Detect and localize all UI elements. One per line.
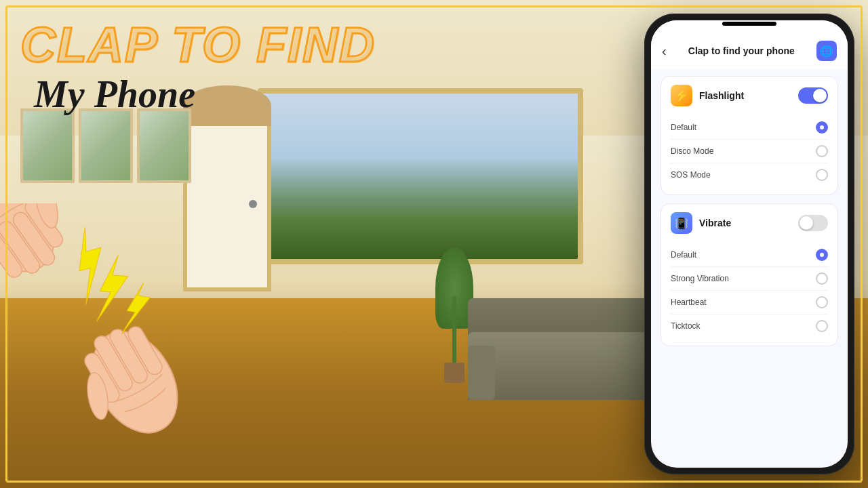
vibrate-toggle-thumb	[800, 216, 813, 230]
vibrate-label: Vibrate	[699, 218, 731, 228]
flashlight-disco-radio[interactable]	[816, 145, 828, 157]
flashlight-label: Flashlight	[699, 90, 744, 101]
vibrate-card: 📳 Vibrate Default Strong Vibration	[660, 203, 838, 346]
svg-marker-0	[66, 224, 114, 304]
flashlight-toggle-thumb	[813, 89, 827, 102]
plant-pot	[444, 363, 465, 383]
big-title-line2: My Phone	[34, 73, 376, 116]
title-area: CLAP TO FIND My Phone	[20, 20, 376, 116]
phone-shell: ‹ Clap to find your phone 🌐 ⚡ Flashlight	[644, 14, 854, 474]
flashlight-card: ⚡ Flashlight Default Disco Mode	[660, 76, 838, 195]
phone-screen: ‹ Clap to find your phone 🌐 ⚡ Flashlight	[651, 20, 848, 468]
flashlight-disco-label: Disco Mode	[671, 146, 713, 156]
flashlight-option-sos[interactable]: SOS Mode	[671, 163, 828, 186]
vibrate-emoji: 📳	[675, 217, 688, 230]
svg-marker-1	[97, 253, 130, 323]
flashlight-icon-label: ⚡ Flashlight	[671, 85, 744, 106]
vibrate-option-default[interactable]: Default	[671, 243, 828, 267]
globe-icon: 🌐	[820, 45, 833, 58]
vibrate-toggle[interactable]	[798, 215, 828, 231]
phone-mockup: ‹ Clap to find your phone 🌐 ⚡ Flashlight	[644, 14, 854, 474]
vibrate-heartbeat-label: Heartbeat	[671, 298, 707, 307]
phone-notch	[722, 22, 776, 26]
lightning-effects	[41, 214, 163, 352]
painting-3	[137, 108, 191, 183]
flashlight-emoji: ⚡	[674, 88, 689, 103]
app-content: ⚡ Flashlight Default Disco Mode	[651, 69, 848, 361]
vibrate-icon: 📳	[671, 212, 692, 234]
vibrate-default-label: Default	[671, 250, 696, 260]
vibrate-option-strong[interactable]: Strong Vibration	[671, 267, 828, 291]
plant-stem	[452, 296, 456, 364]
vibrate-icon-label: 📳 Vibrate	[671, 212, 731, 234]
flashlight-card-header: ⚡ Flashlight	[671, 85, 828, 106]
flashlight-icon: ⚡	[671, 85, 692, 106]
vibrate-strong-radio[interactable]	[816, 272, 828, 285]
app-title: Clap to find your phone	[688, 45, 795, 56]
flashlight-toggle[interactable]	[798, 87, 828, 104]
flashlight-option-default[interactable]: Default	[671, 116, 828, 140]
vibrate-ticktock-radio[interactable]	[816, 320, 828, 332]
back-button[interactable]: ‹	[662, 43, 667, 59]
vibrate-heartbeat-radio[interactable]	[816, 296, 828, 308]
painting-1	[20, 108, 75, 183]
globe-button[interactable]: 🌐	[816, 41, 837, 61]
flashlight-sos-label: SOS Mode	[671, 170, 711, 180]
flashlight-default-label: Default	[671, 123, 696, 132]
window-trees	[263, 157, 578, 259]
vibrate-option-ticktock[interactable]: Ticktock	[671, 314, 828, 338]
big-title-line1: CLAP TO FIND	[20, 20, 376, 69]
wall-paintings	[20, 108, 191, 183]
vibrate-default-radio[interactable]	[816, 249, 828, 261]
vibrate-option-heartbeat[interactable]: Heartbeat	[671, 291, 828, 314]
app-header: ‹ Clap to find your phone 🌐	[651, 20, 848, 69]
vibrate-ticktock-label: Ticktock	[671, 321, 701, 331]
svg-marker-2	[121, 281, 152, 338]
painting-2	[79, 108, 133, 183]
flashlight-sos-radio[interactable]	[816, 169, 828, 181]
couch-arm-left	[468, 346, 495, 400]
flashlight-default-radio[interactable]	[816, 121, 828, 134]
vibrate-strong-label: Strong Vibration	[671, 274, 729, 283]
vibrate-card-header: 📳 Vibrate	[671, 212, 828, 234]
flashlight-option-disco[interactable]: Disco Mode	[671, 140, 828, 163]
